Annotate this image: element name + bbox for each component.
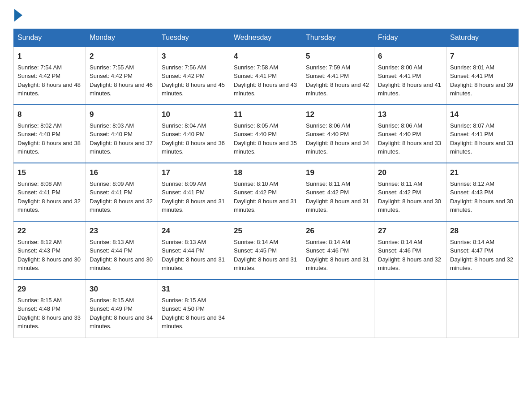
sunset-label: Sunset: 4:48 PM <box>17 305 60 312</box>
sunset-label: Sunset: 4:41 PM <box>17 189 60 196</box>
sunrise-label: Sunrise: 8:11 AM <box>306 180 350 187</box>
logo <box>13 9 22 20</box>
calendar-cell: 7 Sunrise: 8:01 AM Sunset: 4:41 PM Dayli… <box>446 47 519 105</box>
sunset-label: Sunset: 4:43 PM <box>450 189 493 196</box>
daylight-label: Daylight: 8 hours and 30 minutes. <box>378 198 441 214</box>
calendar-cell: 8 Sunrise: 8:02 AM Sunset: 4:40 PM Dayli… <box>14 105 86 163</box>
sunrise-label: Sunrise: 7:58 AM <box>234 64 278 71</box>
day-number: 8 <box>17 109 82 120</box>
day-number: 4 <box>234 51 298 62</box>
day-number: 27 <box>378 225 442 237</box>
day-number: 30 <box>90 283 154 295</box>
calendar-cell: 12 Sunrise: 8:06 AM Sunset: 4:40 PM Dayl… <box>302 105 374 163</box>
sunset-label: Sunset: 4:40 PM <box>90 131 133 137</box>
calendar-cell <box>230 279 302 338</box>
calendar-cell <box>302 279 374 338</box>
sunrise-label: Sunrise: 8:07 AM <box>450 122 494 129</box>
calendar-cell: 23 Sunrise: 8:13 AM Sunset: 4:44 PM Dayl… <box>86 221 158 279</box>
day-number: 18 <box>234 167 298 179</box>
calendar-cell: 10 Sunrise: 8:04 AM Sunset: 4:40 PM Dayl… <box>158 105 230 163</box>
calendar-cell: 22 Sunrise: 8:12 AM Sunset: 4:43 PM Dayl… <box>14 221 86 279</box>
calendar-cell: 30 Sunrise: 8:15 AM Sunset: 4:49 PM Dayl… <box>86 279 158 338</box>
daylight-label: Daylight: 8 hours and 33 minutes. <box>450 140 513 155</box>
daylight-label: Daylight: 8 hours and 35 minutes. <box>234 140 297 155</box>
sunset-label: Sunset: 4:47 PM <box>450 247 493 254</box>
sunset-label: Sunset: 4:44 PM <box>162 247 205 254</box>
daylight-label: Daylight: 8 hours and 32 minutes. <box>17 198 81 214</box>
calendar-cell: 27 Sunrise: 8:14 AM Sunset: 4:46 PM Dayl… <box>374 221 446 279</box>
day-number: 28 <box>450 225 515 237</box>
day-number: 19 <box>306 167 370 179</box>
sunrise-label: Sunrise: 8:12 AM <box>17 239 62 245</box>
calendar-cell: 26 Sunrise: 8:14 AM Sunset: 4:46 PM Dayl… <box>302 221 374 279</box>
sunset-label: Sunset: 4:46 PM <box>306 247 349 254</box>
daylight-label: Daylight: 8 hours and 31 minutes. <box>162 256 225 272</box>
calendar-cell: 28 Sunrise: 8:14 AM Sunset: 4:47 PM Dayl… <box>446 221 519 279</box>
day-number: 3 <box>162 51 226 62</box>
sunset-label: Sunset: 4:41 PM <box>378 73 421 79</box>
daylight-label: Daylight: 8 hours and 34 minutes. <box>306 140 369 155</box>
sunset-label: Sunset: 4:40 PM <box>378 131 421 137</box>
week-row-3: 15 Sunrise: 8:08 AM Sunset: 4:41 PM Dayl… <box>14 163 519 221</box>
calendar-cell: 18 Sunrise: 8:10 AM Sunset: 4:42 PM Dayl… <box>230 163 302 221</box>
calendar-cell: 24 Sunrise: 8:13 AM Sunset: 4:44 PM Dayl… <box>158 221 230 279</box>
page-header <box>13 9 519 20</box>
week-row-4: 22 Sunrise: 8:12 AM Sunset: 4:43 PM Dayl… <box>14 221 519 279</box>
sunset-label: Sunset: 4:40 PM <box>306 131 349 137</box>
sunrise-label: Sunrise: 7:54 AM <box>17 64 62 71</box>
calendar-cell: 17 Sunrise: 8:09 AM Sunset: 4:41 PM Dayl… <box>158 163 230 221</box>
day-number: 20 <box>378 167 442 179</box>
sunset-label: Sunset: 4:46 PM <box>378 247 421 254</box>
week-row-2: 8 Sunrise: 8:02 AM Sunset: 4:40 PM Dayli… <box>14 105 519 163</box>
day-number: 25 <box>234 225 298 237</box>
sunset-label: Sunset: 4:41 PM <box>450 131 493 137</box>
sunrise-label: Sunrise: 8:05 AM <box>234 122 278 129</box>
daylight-label: Daylight: 8 hours and 31 minutes. <box>234 198 297 214</box>
day-number: 31 <box>162 283 226 295</box>
day-number: 14 <box>450 109 515 120</box>
calendar-cell: 5 Sunrise: 7:59 AM Sunset: 4:41 PM Dayli… <box>302 47 374 105</box>
sunrise-label: Sunrise: 7:56 AM <box>162 64 206 71</box>
day-number: 26 <box>306 225 370 237</box>
header-thursday: Thursday <box>302 29 374 47</box>
sunrise-label: Sunrise: 8:06 AM <box>306 122 350 129</box>
sunrise-label: Sunrise: 8:03 AM <box>90 122 134 129</box>
day-number: 29 <box>17 283 82 295</box>
sunrise-label: Sunrise: 8:15 AM <box>17 297 62 304</box>
day-number: 22 <box>17 225 82 237</box>
sunset-label: Sunset: 4:40 PM <box>234 131 277 137</box>
daylight-label: Daylight: 8 hours and 33 minutes. <box>17 314 81 330</box>
header-friday: Friday <box>374 29 446 47</box>
sunrise-label: Sunrise: 8:15 AM <box>162 297 206 304</box>
calendar-cell: 13 Sunrise: 8:06 AM Sunset: 4:40 PM Dayl… <box>374 105 446 163</box>
header-tuesday: Tuesday <box>158 29 230 47</box>
calendar-cell: 2 Sunrise: 7:55 AM Sunset: 4:42 PM Dayli… <box>86 47 158 105</box>
sunset-label: Sunset: 4:42 PM <box>90 73 133 79</box>
header-monday: Monday <box>86 29 158 47</box>
sunrise-label: Sunrise: 7:55 AM <box>90 64 134 71</box>
sunrise-label: Sunrise: 8:15 AM <box>90 297 134 304</box>
daylight-label: Daylight: 8 hours and 42 minutes. <box>306 81 369 97</box>
calendar-cell: 16 Sunrise: 8:09 AM Sunset: 4:41 PM Dayl… <box>86 163 158 221</box>
sunrise-label: Sunrise: 8:14 AM <box>234 239 278 245</box>
sunset-label: Sunset: 4:40 PM <box>162 131 205 137</box>
calendar-cell <box>374 279 446 338</box>
day-number: 6 <box>378 51 442 62</box>
sunset-label: Sunset: 4:45 PM <box>234 247 277 254</box>
calendar-cell: 29 Sunrise: 8:15 AM Sunset: 4:48 PM Dayl… <box>14 279 86 338</box>
day-number: 11 <box>234 109 298 120</box>
sunrise-label: Sunrise: 8:01 AM <box>450 64 494 71</box>
sunrise-label: Sunrise: 7:59 AM <box>306 64 350 71</box>
daylight-label: Daylight: 8 hours and 32 minutes. <box>90 198 153 214</box>
day-number: 5 <box>306 51 370 62</box>
daylight-label: Daylight: 8 hours and 45 minutes. <box>162 81 225 97</box>
daylight-label: Daylight: 8 hours and 46 minutes. <box>90 81 153 97</box>
sunset-label: Sunset: 4:41 PM <box>450 73 493 79</box>
calendar-table: SundayMondayTuesdayWednesdayThursdayFrid… <box>13 29 519 338</box>
day-number: 13 <box>378 109 442 120</box>
daylight-label: Daylight: 8 hours and 32 minutes. <box>378 256 441 272</box>
daylight-label: Daylight: 8 hours and 48 minutes. <box>17 81 81 97</box>
sunrise-label: Sunrise: 8:11 AM <box>378 180 422 187</box>
calendar-cell: 9 Sunrise: 8:03 AM Sunset: 4:40 PM Dayli… <box>86 105 158 163</box>
day-number: 16 <box>90 167 154 179</box>
